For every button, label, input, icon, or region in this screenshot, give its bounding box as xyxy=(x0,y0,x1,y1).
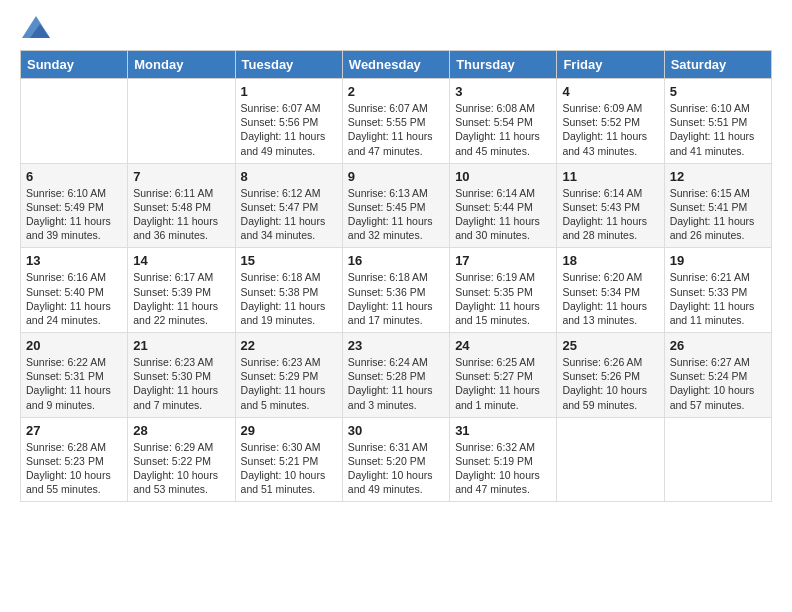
day-info: Sunrise: 6:17 AM xyxy=(133,270,229,284)
day-info: Sunrise: 6:10 AM xyxy=(670,101,766,115)
day-info: Daylight: 10 hours and 51 minutes. xyxy=(241,468,337,496)
day-info: Sunset: 5:27 PM xyxy=(455,369,551,383)
calendar-cell: 9Sunrise: 6:13 AMSunset: 5:45 PMDaylight… xyxy=(342,163,449,248)
day-info: Daylight: 11 hours and 9 minutes. xyxy=(26,383,122,411)
day-info: Daylight: 10 hours and 57 minutes. xyxy=(670,383,766,411)
day-info: Sunrise: 6:15 AM xyxy=(670,186,766,200)
calendar-cell: 17Sunrise: 6:19 AMSunset: 5:35 PMDayligh… xyxy=(450,248,557,333)
day-info: Sunrise: 6:23 AM xyxy=(133,355,229,369)
day-number: 6 xyxy=(26,169,122,184)
day-info: Sunrise: 6:14 AM xyxy=(455,186,551,200)
day-info: Daylight: 11 hours and 24 minutes. xyxy=(26,299,122,327)
day-info: Sunset: 5:56 PM xyxy=(241,115,337,129)
day-number: 31 xyxy=(455,423,551,438)
page-header xyxy=(20,16,772,38)
day-info: Sunrise: 6:26 AM xyxy=(562,355,658,369)
day-info: Daylight: 10 hours and 53 minutes. xyxy=(133,468,229,496)
day-info: Sunrise: 6:07 AM xyxy=(241,101,337,115)
calendar-cell: 31Sunrise: 6:32 AMSunset: 5:19 PMDayligh… xyxy=(450,417,557,502)
calendar-cell xyxy=(664,417,771,502)
calendar-cell xyxy=(557,417,664,502)
weekday-header: Tuesday xyxy=(235,51,342,79)
day-number: 10 xyxy=(455,169,551,184)
calendar-cell: 14Sunrise: 6:17 AMSunset: 5:39 PMDayligh… xyxy=(128,248,235,333)
day-info: Sunrise: 6:11 AM xyxy=(133,186,229,200)
day-info: Sunrise: 6:28 AM xyxy=(26,440,122,454)
calendar-cell: 21Sunrise: 6:23 AMSunset: 5:30 PMDayligh… xyxy=(128,333,235,418)
weekday-header: Monday xyxy=(128,51,235,79)
day-info: Daylight: 11 hours and 43 minutes. xyxy=(562,129,658,157)
weekday-header: Wednesday xyxy=(342,51,449,79)
calendar-cell: 19Sunrise: 6:21 AMSunset: 5:33 PMDayligh… xyxy=(664,248,771,333)
day-info: Daylight: 11 hours and 11 minutes. xyxy=(670,299,766,327)
day-info: Sunrise: 6:23 AM xyxy=(241,355,337,369)
day-info: Sunset: 5:48 PM xyxy=(133,200,229,214)
day-info: Sunrise: 6:10 AM xyxy=(26,186,122,200)
day-info: Sunset: 5:45 PM xyxy=(348,200,444,214)
day-info: Daylight: 11 hours and 26 minutes. xyxy=(670,214,766,242)
day-info: Sunrise: 6:20 AM xyxy=(562,270,658,284)
day-info: Sunrise: 6:18 AM xyxy=(241,270,337,284)
calendar-cell: 2Sunrise: 6:07 AMSunset: 5:55 PMDaylight… xyxy=(342,79,449,164)
day-number: 29 xyxy=(241,423,337,438)
day-info: Daylight: 10 hours and 49 minutes. xyxy=(348,468,444,496)
day-info: Daylight: 11 hours and 45 minutes. xyxy=(455,129,551,157)
calendar-cell: 20Sunrise: 6:22 AMSunset: 5:31 PMDayligh… xyxy=(21,333,128,418)
day-number: 2 xyxy=(348,84,444,99)
day-number: 24 xyxy=(455,338,551,353)
day-info: Sunset: 5:22 PM xyxy=(133,454,229,468)
calendar-cell: 18Sunrise: 6:20 AMSunset: 5:34 PMDayligh… xyxy=(557,248,664,333)
day-info: Sunrise: 6:32 AM xyxy=(455,440,551,454)
day-info: Sunset: 5:54 PM xyxy=(455,115,551,129)
day-number: 8 xyxy=(241,169,337,184)
day-info: Sunrise: 6:29 AM xyxy=(133,440,229,454)
calendar-cell: 8Sunrise: 6:12 AMSunset: 5:47 PMDaylight… xyxy=(235,163,342,248)
day-info: Sunset: 5:33 PM xyxy=(670,285,766,299)
weekday-header: Friday xyxy=(557,51,664,79)
calendar-cell: 28Sunrise: 6:29 AMSunset: 5:22 PMDayligh… xyxy=(128,417,235,502)
day-info: Sunrise: 6:12 AM xyxy=(241,186,337,200)
calendar-cell: 11Sunrise: 6:14 AMSunset: 5:43 PMDayligh… xyxy=(557,163,664,248)
calendar-cell: 24Sunrise: 6:25 AMSunset: 5:27 PMDayligh… xyxy=(450,333,557,418)
day-number: 4 xyxy=(562,84,658,99)
day-number: 21 xyxy=(133,338,229,353)
day-info: Sunrise: 6:18 AM xyxy=(348,270,444,284)
day-info: Sunset: 5:41 PM xyxy=(670,200,766,214)
day-info: Sunset: 5:40 PM xyxy=(26,285,122,299)
day-number: 30 xyxy=(348,423,444,438)
day-number: 22 xyxy=(241,338,337,353)
calendar-cell: 26Sunrise: 6:27 AMSunset: 5:24 PMDayligh… xyxy=(664,333,771,418)
calendar-table: SundayMondayTuesdayWednesdayThursdayFrid… xyxy=(20,50,772,502)
day-info: Sunrise: 6:24 AM xyxy=(348,355,444,369)
day-number: 20 xyxy=(26,338,122,353)
day-number: 1 xyxy=(241,84,337,99)
day-info: Sunset: 5:51 PM xyxy=(670,115,766,129)
day-info: Sunrise: 6:08 AM xyxy=(455,101,551,115)
day-info: Daylight: 11 hours and 30 minutes. xyxy=(455,214,551,242)
day-info: Sunset: 5:28 PM xyxy=(348,369,444,383)
day-number: 28 xyxy=(133,423,229,438)
day-info: Sunset: 5:19 PM xyxy=(455,454,551,468)
calendar-cell: 29Sunrise: 6:30 AMSunset: 5:21 PMDayligh… xyxy=(235,417,342,502)
day-info: Sunset: 5:44 PM xyxy=(455,200,551,214)
day-info: Daylight: 10 hours and 47 minutes. xyxy=(455,468,551,496)
day-number: 13 xyxy=(26,253,122,268)
day-info: Daylight: 11 hours and 34 minutes. xyxy=(241,214,337,242)
calendar-cell: 22Sunrise: 6:23 AMSunset: 5:29 PMDayligh… xyxy=(235,333,342,418)
day-info: Sunset: 5:24 PM xyxy=(670,369,766,383)
day-info: Sunset: 5:29 PM xyxy=(241,369,337,383)
weekday-header: Thursday xyxy=(450,51,557,79)
day-info: Sunset: 5:21 PM xyxy=(241,454,337,468)
day-info: Daylight: 11 hours and 41 minutes. xyxy=(670,129,766,157)
day-number: 16 xyxy=(348,253,444,268)
day-info: Sunset: 5:38 PM xyxy=(241,285,337,299)
calendar-cell: 4Sunrise: 6:09 AMSunset: 5:52 PMDaylight… xyxy=(557,79,664,164)
day-number: 19 xyxy=(670,253,766,268)
calendar-cell: 7Sunrise: 6:11 AMSunset: 5:48 PMDaylight… xyxy=(128,163,235,248)
calendar-cell: 15Sunrise: 6:18 AMSunset: 5:38 PMDayligh… xyxy=(235,248,342,333)
calendar-cell: 1Sunrise: 6:07 AMSunset: 5:56 PMDaylight… xyxy=(235,79,342,164)
day-info: Daylight: 11 hours and 22 minutes. xyxy=(133,299,229,327)
weekday-header: Saturday xyxy=(664,51,771,79)
day-info: Sunrise: 6:07 AM xyxy=(348,101,444,115)
day-info: Daylight: 11 hours and 39 minutes. xyxy=(26,214,122,242)
